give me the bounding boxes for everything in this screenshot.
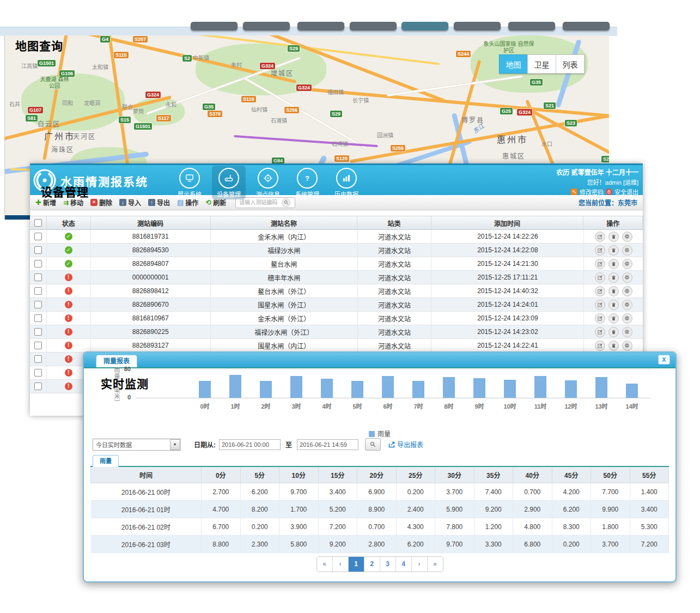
change-password-link[interactable]: 修改密码 bbox=[580, 187, 604, 196]
row-checkbox[interactable] bbox=[34, 246, 42, 254]
x-tick-label: 10时 bbox=[498, 402, 522, 410]
browser-tab-stub[interactable] bbox=[508, 22, 555, 31]
row-checkbox[interactable] bbox=[34, 328, 42, 336]
road-badge: G4 bbox=[100, 36, 110, 43]
close-icon[interactable]: X bbox=[658, 355, 670, 365]
x-tick-label: 12时 bbox=[559, 402, 583, 410]
station-name-cell: 围星水闸（内江） bbox=[211, 339, 358, 352]
row-checkbox[interactable] bbox=[34, 301, 42, 308]
trash-icon[interactable] bbox=[608, 272, 619, 283]
station-search-input[interactable] bbox=[238, 199, 282, 206]
map-type-button[interactable]: 列表 bbox=[556, 54, 585, 74]
browser-tab-stub[interactable] bbox=[191, 22, 238, 31]
row-checkbox[interactable] bbox=[34, 369, 42, 377]
export-report-link[interactable]: 导出报表 bbox=[388, 440, 423, 449]
map-type-button[interactable]: 卫星 bbox=[527, 54, 556, 74]
browser-tab-stub[interactable] bbox=[563, 22, 610, 31]
gear-icon[interactable] bbox=[622, 313, 632, 324]
select-all-checkbox[interactable] bbox=[34, 219, 42, 227]
rain-value-cell: 0.700 bbox=[513, 483, 552, 501]
toolbar-button-exp[interactable]: ↑导出 bbox=[148, 198, 170, 207]
nav-item-chart[interactable]: 历史数据 bbox=[330, 166, 363, 199]
date-from-input[interactable] bbox=[219, 439, 281, 450]
nav-item-help[interactable]: ?系统管理 bbox=[290, 166, 324, 199]
road-badge: G324 bbox=[145, 92, 161, 98]
edit-icon[interactable] bbox=[595, 286, 605, 296]
gear-icon[interactable] bbox=[622, 259, 632, 269]
road-badge: S21 bbox=[601, 156, 609, 162]
pagination-arrow[interactable]: › bbox=[412, 557, 428, 572]
pagination-page[interactable]: 1 bbox=[349, 557, 364, 572]
pagination-page[interactable]: 3 bbox=[380, 557, 396, 572]
operations-cell bbox=[584, 325, 643, 338]
row-checkbox[interactable] bbox=[34, 274, 42, 281]
pagination-arrow[interactable]: « bbox=[317, 557, 333, 572]
edit-icon[interactable] bbox=[595, 313, 605, 324]
gear-icon[interactable] bbox=[622, 327, 632, 337]
trash-icon[interactable] bbox=[608, 300, 619, 310]
edit-icon[interactable] bbox=[595, 341, 605, 351]
row-checkbox[interactable] bbox=[34, 355, 42, 363]
gear-icon[interactable] bbox=[622, 232, 632, 242]
popup-title-bar: 雨量报表 X bbox=[84, 353, 675, 368]
status-error-icon: ! bbox=[65, 314, 72, 322]
pagination-page[interactable]: 2 bbox=[364, 557, 380, 572]
rain-value-cell: 5.900 bbox=[435, 501, 474, 518]
browser-tab-stub[interactable] bbox=[297, 22, 344, 31]
row-checkbox[interactable] bbox=[34, 383, 42, 390]
gear-icon[interactable] bbox=[622, 300, 632, 310]
tab-rainfall-report[interactable]: 雨量报表 bbox=[96, 355, 137, 367]
rain-minute-header: 5分 bbox=[240, 467, 279, 483]
trash-icon[interactable] bbox=[608, 259, 619, 269]
legend-label: 雨量 bbox=[378, 430, 391, 438]
pagination-page[interactable]: 4 bbox=[396, 557, 412, 572]
row-select-cell bbox=[30, 325, 47, 338]
browser-tab-stub[interactable] bbox=[454, 22, 501, 31]
edit-icon[interactable] bbox=[595, 259, 605, 269]
rain-value-cell: 7.800 bbox=[435, 518, 474, 536]
toolbar-button-imp[interactable]: ↓导入 bbox=[119, 198, 141, 207]
tab-rain[interactable]: 雨量 bbox=[93, 455, 119, 467]
edit-icon[interactable] bbox=[595, 272, 605, 283]
rain-value-cell: 3.400 bbox=[630, 501, 669, 518]
date-to-input[interactable] bbox=[297, 439, 358, 450]
row-checkbox[interactable] bbox=[34, 260, 42, 268]
edit-icon[interactable] bbox=[595, 245, 605, 256]
trash-icon[interactable] bbox=[608, 341, 619, 351]
station-type-cell: 河道水文站 bbox=[358, 284, 432, 298]
trash-icon[interactable] bbox=[608, 313, 619, 324]
chart-bar bbox=[595, 377, 607, 398]
edit-icon[interactable] bbox=[595, 300, 605, 310]
edit-icon[interactable] bbox=[595, 327, 605, 337]
row-checkbox[interactable] bbox=[34, 233, 42, 240]
trash-icon[interactable] bbox=[608, 286, 619, 296]
row-checkbox[interactable] bbox=[34, 314, 42, 322]
rain-value-cell: 3.900 bbox=[279, 518, 319, 536]
data-type-select[interactable]: 今日实时数据 ▼ bbox=[93, 439, 181, 451]
nav-item-device[interactable]: 设备管理 bbox=[212, 166, 246, 199]
map-type-button[interactable]: 地图 bbox=[499, 54, 528, 74]
nav-item-monitor[interactable]: 展示系统 bbox=[173, 166, 206, 199]
trash-icon[interactable] bbox=[608, 327, 619, 337]
gear-icon[interactable] bbox=[622, 286, 632, 296]
nav-item-target[interactable]: 测点信息 bbox=[251, 166, 285, 199]
trash-icon[interactable] bbox=[608, 245, 619, 256]
chart-bar bbox=[260, 381, 272, 398]
browser-tab-stub[interactable] bbox=[401, 22, 448, 31]
logout-link[interactable]: 安全退出 bbox=[614, 187, 638, 196]
row-checkbox[interactable] bbox=[34, 342, 42, 349]
help-icon: ? bbox=[297, 168, 318, 189]
gear-icon[interactable] bbox=[622, 245, 632, 256]
edit-icon[interactable] bbox=[595, 232, 605, 242]
browser-tab-stub[interactable] bbox=[243, 22, 290, 31]
pagination-arrow[interactable]: ‹ bbox=[333, 557, 349, 572]
pagination-arrow[interactable]: » bbox=[428, 557, 443, 572]
toolbar-button-del[interactable]: ✕删除 bbox=[90, 198, 112, 207]
row-checkbox[interactable] bbox=[34, 287, 42, 295]
gear-icon[interactable] bbox=[622, 272, 632, 283]
trash-icon[interactable] bbox=[608, 232, 619, 242]
browser-tab-stub[interactable] bbox=[350, 22, 397, 31]
gear-icon[interactable] bbox=[622, 341, 632, 351]
operations-cell bbox=[584, 339, 643, 352]
query-button[interactable] bbox=[365, 438, 381, 451]
